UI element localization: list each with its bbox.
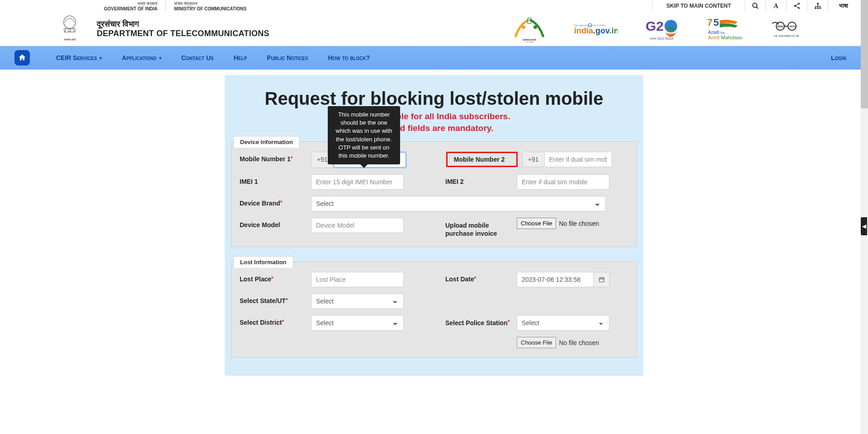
svg-point-16: [64, 16, 75, 28]
mobile-number-1-label: Mobile Number 1*: [240, 152, 307, 163]
section-tab-device: Device Information: [233, 136, 300, 148]
nav-ceir-services[interactable]: CEIR Services▾: [46, 54, 112, 61]
site-header: सत्यमेव जयते दूरसंचार विभाग DEPARTMENT O…: [0, 12, 868, 46]
nav-public-notices[interactable]: Public Notices: [257, 54, 318, 61]
lost-information-section: Lost Information Lost Place* Lost Date* …: [231, 261, 637, 358]
svg-point-20: [533, 25, 537, 29]
svg-point-19: [522, 25, 525, 29]
svg-text:Azadi Ka: Azadi Ka: [708, 30, 724, 35]
form-title: Request for blocking lost/stolen mobile: [225, 89, 643, 109]
azadi-logo[interactable]: 7 5 Azadi Ka Amrit Mahotsav: [706, 16, 744, 42]
svg-line-6: [795, 6, 798, 8]
svg-point-28: [665, 20, 677, 33]
mobile-number-tooltip: This mobile number should be the one whi…: [328, 106, 400, 164]
police-station-select[interactable]: Select: [517, 315, 609, 331]
svg-rect-8: [815, 7, 816, 9]
imei-2-input[interactable]: [517, 174, 609, 190]
svg-text:स्वच्छ: स्वच्छ: [777, 25, 783, 28]
svg-point-0: [753, 3, 757, 7]
svg-text:एक कदम स्वच्छता की ओर: एक कदम स्वच्छता की ओर: [774, 34, 799, 37]
svg-line-5: [795, 4, 798, 5]
block-request-form: Request for blocking lost/stolen mobile …: [225, 75, 643, 376]
form-subtitle-2: marked fields are mandatory.: [225, 123, 643, 133]
svg-text:Amrit Mahotsav: Amrit Mahotsav: [708, 35, 743, 40]
gov-eng-2: MINISTRY OF COMMUNICATIONS: [174, 6, 246, 11]
gov-hindi-1: भारत सरकार: [137, 1, 158, 6]
svg-text:भारत: भारत: [789, 25, 796, 28]
search-icon[interactable]: [745, 0, 766, 12]
state-select[interactable]: Select: [311, 294, 404, 309]
gov-eng-1: GOVERNMENT OF INDIA: [104, 6, 157, 11]
country-code-2: +91: [522, 152, 544, 167]
svg-rect-40: [599, 278, 604, 282]
mobile-number-2-label: Mobile Number 2: [446, 152, 518, 167]
calendar-icon[interactable]: [594, 272, 610, 287]
font-size-icon[interactable]: A: [766, 0, 787, 12]
lost-place-label: Lost Place*: [240, 272, 307, 283]
language-selector[interactable]: भाषा: [828, 2, 859, 9]
district-label: Select District*: [240, 315, 307, 326]
section-tab-lost: Lost Information: [233, 256, 293, 268]
device-information-section: Device Information Mobile Number 1* +91 …: [231, 141, 637, 247]
device-brand-label: Device Brand*: [240, 196, 307, 207]
imei-1-input[interactable]: [311, 174, 404, 190]
dept-title-eng: DEPARTMENT OF TELECOMMUNICATIONS: [97, 29, 269, 38]
svg-rect-7: [817, 3, 819, 4]
choose-file-button-2[interactable]: Choose File: [517, 337, 556, 348]
state-label: Select State/UT*: [240, 294, 307, 304]
svg-text:G2: G2: [646, 19, 664, 33]
svg-rect-10: [819, 7, 821, 9]
choose-file-invoice-button[interactable]: Choose File: [517, 218, 556, 229]
main-nav: CEIR Services▾ Applications▾ Contact Us …: [0, 46, 868, 70]
district-select[interactable]: Select: [311, 315, 404, 331]
device-model-label: Device Model: [240, 218, 307, 229]
device-brand-select[interactable]: Select: [311, 196, 606, 211]
india-gov-logo[interactable]: the national portal of india india.gov.i…: [574, 16, 618, 42]
police-station-label: Select Police Station*: [445, 315, 512, 327]
chevron-down-icon: ▾: [159, 56, 161, 61]
invoice-file-status: No file chosen: [559, 220, 599, 227]
imei-2-label: IMEI 2: [445, 174, 512, 185]
nav-applications[interactable]: Applications▾: [112, 54, 171, 61]
file-status-2: No file chosen: [559, 339, 599, 346]
svg-text:भारत 2023 INDIA: भारत 2023 INDIA: [650, 37, 673, 40]
svg-rect-9: [817, 7, 818, 9]
mobile-number-2-input[interactable]: [544, 152, 612, 167]
side-arrow-icon[interactable]: ◀: [861, 217, 867, 235]
svg-text:5: 5: [713, 17, 719, 28]
lost-date-input[interactable]: [517, 272, 594, 287]
device-model-input[interactable]: [311, 218, 404, 233]
lost-date-label: Lost Date*: [445, 272, 512, 283]
skip-to-content-link[interactable]: SKIP TO MAIN CONTENT: [652, 0, 745, 12]
swachh-bharat-logo[interactable]: स्वच्छ भारत एक कदम स्वच्छता की ओर: [770, 16, 805, 42]
dept-title-hindi: दूरसंचार विभाग: [97, 19, 269, 29]
svg-text:SAATHI: SAATHI: [525, 41, 533, 42]
g20-logo[interactable]: G2 भारत 2023 INDIA: [644, 16, 680, 42]
home-button[interactable]: [14, 50, 30, 65]
nav-contact-us[interactable]: Contact Us: [171, 54, 224, 61]
svg-text:india.gov.in: india.gov.in: [574, 26, 618, 35]
nav-login[interactable]: Login: [821, 54, 859, 61]
sanchar-saathi-logo[interactable]: SANCHAR SAATHI: [511, 16, 548, 42]
svg-text:7: 7: [707, 17, 712, 28]
share-icon[interactable]: [787, 0, 807, 12]
chevron-down-icon: ▾: [99, 56, 102, 61]
nav-help[interactable]: Help: [224, 54, 257, 61]
svg-line-1: [756, 7, 758, 9]
form-subtitle-1: ow available for all India subscribers.: [225, 112, 643, 121]
nav-how-to-block[interactable]: How to block?: [318, 54, 380, 61]
scrollbar[interactable]: [861, 0, 868, 376]
gov-top-bar: भारत सरकार GOVERNMENT OF INDIA संचार मंत…: [0, 0, 868, 12]
upload-invoice-label: Upload mobile purchase invoice: [445, 218, 512, 238]
gov-hindi-2: संचार मंत्रालय: [174, 1, 198, 6]
national-emblem: सत्यमेव जयते: [59, 15, 80, 43]
imei-1-label: IMEI 1: [240, 174, 307, 185]
lost-place-input[interactable]: [311, 272, 404, 287]
sitemap-icon[interactable]: [807, 0, 828, 12]
svg-point-18: [68, 29, 71, 32]
